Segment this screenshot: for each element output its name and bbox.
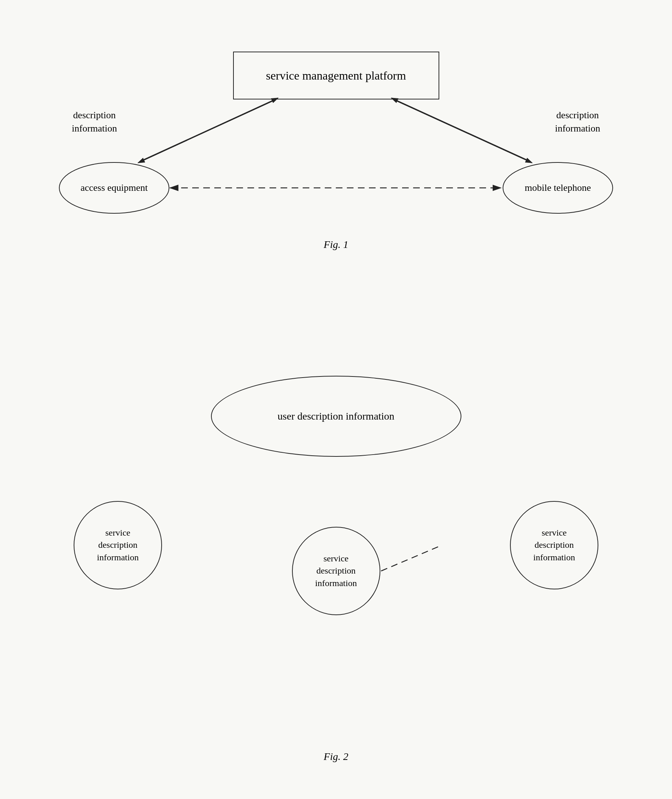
mobile-telephone-ellipse: mobile telephone [502, 162, 613, 214]
service-management-platform-box: service management platform [233, 51, 439, 99]
access-equipment-ellipse: access equipment [59, 162, 170, 214]
fig2-caption: Fig. 2 [324, 751, 348, 762]
svg-line-2 [138, 99, 276, 163]
page: service management platform description … [0, 0, 672, 799]
svg-line-7 [381, 545, 442, 571]
svg-line-3 [140, 98, 278, 161]
desc-left-label: description information [72, 109, 117, 136]
service-circle-center: service description information [292, 527, 380, 615]
mobile-telephone-label: mobile telephone [525, 183, 591, 194]
service-circle-right: service description information [510, 501, 598, 589]
svg-line-4 [393, 99, 532, 163]
desc-right-label: description information [555, 109, 600, 136]
fig1-caption: Fig. 1 [324, 239, 348, 250]
service-circle-left: service description information [74, 501, 162, 589]
user-desc-label: user description information [278, 410, 394, 422]
figure-2: user description information service des… [0, 331, 672, 773]
figure-1: service management platform description … [0, 29, 672, 258]
smp-label: service management platform [266, 69, 406, 83]
svg-line-5 [391, 98, 530, 161]
access-equipment-label: access equipment [81, 183, 148, 194]
user-description-ellipse: user description information [211, 376, 461, 457]
